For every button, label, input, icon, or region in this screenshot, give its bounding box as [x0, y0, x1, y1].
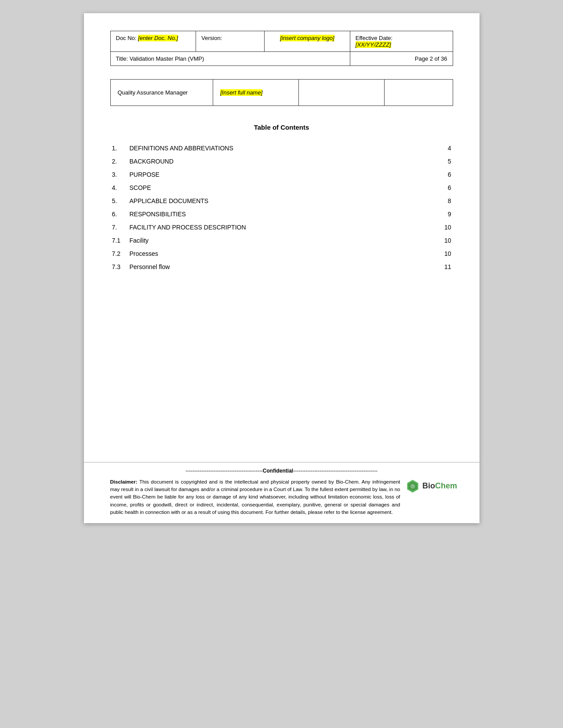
toc-row: 7.FACILITY AND PROCESS DESCRIPTION10 — [110, 221, 453, 234]
toc-row: 6.RESPONSIBILITIES9 — [110, 207, 453, 221]
toc-item-label: DEFINITIONS AND ABBREVIATIONS — [128, 142, 431, 155]
confidential-dashes-left: ----------------------------------------… — [185, 468, 263, 474]
toc-item-num: 7.1 — [110, 234, 128, 247]
footer-confidential: ----------------------------------------… — [110, 468, 453, 474]
toc-item-page: 10 — [431, 234, 453, 247]
toc-item-page: 6 — [431, 181, 453, 194]
biochem-logo: BioChem — [405, 478, 457, 494]
toc-item-num: 5. — [110, 194, 128, 207]
toc-item-page: 10 — [431, 247, 453, 260]
footer-disclaimer-text: Disclaimer: This document is copyrighted… — [110, 478, 400, 516]
name-cell: [Insert full name] — [213, 80, 299, 106]
toc-item-label: Facility — [128, 234, 431, 247]
version-cell: Version: — [196, 31, 265, 52]
signature-cell — [298, 80, 384, 106]
date-sig-cell — [384, 80, 453, 106]
effective-date-label: Effective Date: — [356, 35, 447, 41]
toc-item-label: FACILITY AND PROCESS DESCRIPTION — [128, 221, 431, 234]
toc-item-num: 7.3 — [110, 260, 128, 273]
footer-disclaimer-row: Disclaimer: This document is copyrighted… — [110, 478, 453, 516]
logo-placeholder: [insert company logo] — [280, 35, 334, 41]
disclaimer-content: This document is copyrighted and is the … — [110, 479, 400, 515]
version-label: Version: — [201, 35, 222, 41]
effective-date-value: [XX/YY/ZZZZ] — [356, 41, 391, 48]
toc-item-page: 5 — [431, 155, 453, 168]
toc-item-num: 2. — [110, 155, 128, 168]
toc-item-label: APPLICABLE DOCUMENTS — [128, 194, 431, 207]
name-placeholder: [Insert full name] — [220, 89, 262, 96]
chem-text: Chem — [435, 481, 457, 490]
toc-item-label: RESPONSIBILITIES — [128, 207, 431, 221]
logo-cell: [insert company logo] — [265, 31, 350, 52]
toc-row: 5.APPLICABLE DOCUMENTS8 — [110, 194, 453, 207]
biochem-icon — [405, 478, 421, 494]
toc-item-page: 4 — [431, 142, 453, 155]
toc-item-num: 1. — [110, 142, 128, 155]
toc-item-page: 11 — [431, 260, 453, 273]
toc-row: 7.3Personnel flow11 — [110, 260, 453, 273]
footer: ----------------------------------------… — [84, 462, 479, 523]
toc-table: 1.DEFINITIONS AND ABBREVIATIONS42.BACKGR… — [110, 142, 453, 273]
toc-item-label: SCOPE — [128, 181, 431, 194]
page-number: Page 2 of 36 — [350, 52, 453, 66]
document-title: Title: Validation Master Plan (VMP) — [110, 52, 350, 66]
toc-item-num: 7.2 — [110, 247, 128, 260]
biochem-text: BioChem — [422, 481, 457, 491]
disclaimer-bold: Disclaimer: — [110, 479, 138, 484]
confidential-label: Confidential — [263, 468, 293, 474]
toc-item-page: 6 — [431, 168, 453, 181]
svg-point-2 — [410, 484, 415, 488]
header-table: Doc No: [enter Doc. No.] Version: [inser… — [110, 31, 453, 66]
toc-item-num: 3. — [110, 168, 128, 181]
toc-item-num: 6. — [110, 207, 128, 221]
toc-item-label: Personnel flow — [128, 260, 431, 273]
toc-item-page: 9 — [431, 207, 453, 221]
toc-section: Table of Contents 1.DEFINITIONS AND ABBR… — [110, 124, 453, 273]
toc-item-num: 7. — [110, 221, 128, 234]
bio-text: Bio — [422, 481, 435, 490]
role-cell: Quality Assurance Manager — [110, 80, 213, 106]
toc-title: Table of Contents — [110, 124, 453, 131]
doc-no-label: Doc No: — [116, 35, 137, 41]
toc-item-label: BACKGROUND — [128, 155, 431, 168]
footer-logo: BioChem — [409, 478, 453, 494]
toc-row: 4.SCOPE6 — [110, 181, 453, 194]
page-content: Doc No: [enter Doc. No.] Version: [inser… — [84, 13, 479, 462]
doc-no-value: [enter Doc. No.] — [138, 35, 178, 41]
signature-table: Quality Assurance Manager [Insert full n… — [110, 79, 453, 106]
toc-row: 7.2Processes10 — [110, 247, 453, 260]
document-page: Doc No: [enter Doc. No.] Version: [inser… — [84, 13, 479, 523]
doc-no-cell: Doc No: [enter Doc. No.] — [110, 31, 196, 52]
toc-row: 7.1Facility10 — [110, 234, 453, 247]
toc-item-page: 10 — [431, 221, 453, 234]
toc-row: 1.DEFINITIONS AND ABBREVIATIONS4 — [110, 142, 453, 155]
toc-item-page: 8 — [431, 194, 453, 207]
toc-item-num: 4. — [110, 181, 128, 194]
date-cell: Effective Date: [XX/YY/ZZZZ] — [350, 31, 453, 52]
confidential-dashes-right: ----------------------------------------… — [293, 468, 378, 474]
toc-item-label: Processes — [128, 247, 431, 260]
toc-item-label: PURPOSE — [128, 168, 431, 181]
toc-row: 3.PURPOSE6 — [110, 168, 453, 181]
toc-row: 2.BACKGROUND5 — [110, 155, 453, 168]
